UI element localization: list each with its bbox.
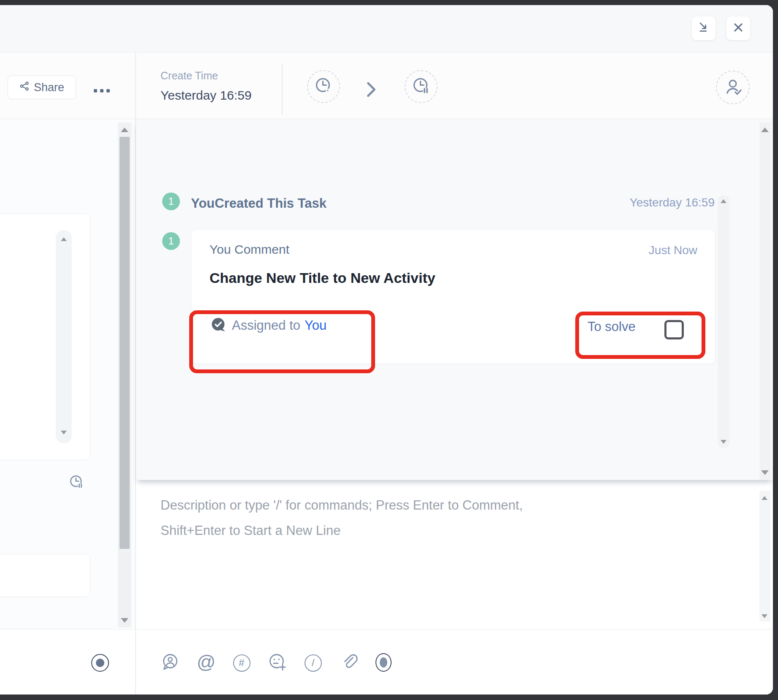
assigned-prefix: Assigned to: [232, 318, 300, 333]
record-dot-icon: [380, 657, 387, 667]
ellipsis-icon: [94, 89, 97, 92]
record-dot-button[interactable]: [375, 653, 392, 672]
comment-check-icon: [210, 317, 226, 334]
activity-item-avatar: 1: [162, 193, 180, 210]
close-icon: [732, 21, 745, 35]
topic-button[interactable]: #: [232, 654, 251, 672]
left-panel-scroll-thumb[interactable]: [120, 137, 130, 549]
share-label: Share: [34, 81, 64, 94]
activity-item-time: Yesterday 16:59: [574, 196, 715, 209]
emoji-add-icon: [268, 652, 287, 673]
task-detail-modal: Share Create Time Yesterday 16:59: [0, 5, 773, 695]
left-panel-scroll-up[interactable]: [121, 128, 128, 132]
comment-card: You Comment Just Now Change New Title to…: [191, 229, 715, 364]
assigned-row: Assigned toYou: [232, 318, 326, 333]
assignee-picker-icon: [723, 76, 743, 98]
description-scroll-up[interactable]: [762, 496, 767, 500]
arrow-right-icon: [365, 80, 378, 100]
start-time-picker[interactable]: [307, 70, 340, 103]
left-panel-card: [0, 213, 90, 460]
right-scrollbar[interactable]: [759, 122, 770, 480]
left-card-scrollbar[interactable]: [56, 230, 72, 443]
attachment-icon: [339, 652, 359, 673]
mention-person-icon: [160, 652, 180, 673]
to-solve-label: To solve: [588, 319, 636, 334]
description-placeholder-line2: Shift+Enter to Start a New Line: [160, 523, 340, 538]
record-icon: [96, 659, 104, 667]
record-button[interactable]: [91, 654, 109, 672]
slash-command-icon: /: [305, 654, 322, 672]
clock-start-icon: [314, 76, 333, 97]
comment-body: Change New Title to New Activity: [209, 270, 435, 286]
description-scrollbar[interactable]: [759, 491, 770, 621]
to-solve-checkbox[interactable]: [664, 320, 684, 339]
left-card-scroll-up[interactable]: [61, 237, 67, 241]
comment-avatar: 1: [162, 232, 180, 250]
description-scroll-down[interactable]: [762, 614, 767, 618]
more-actions-button[interactable]: [94, 89, 110, 92]
at-mention-button[interactable]: @: [197, 653, 215, 671]
right-scroll-down[interactable]: [761, 470, 769, 475]
description-input[interactable]: Description or type '/' for commands; Pr…: [136, 480, 773, 629]
create-time-value: Yesterday 16:59: [160, 88, 252, 103]
task-toolbar: [0, 53, 773, 119]
left-card-scroll-down[interactable]: [61, 431, 67, 434]
left-panel-scroll-down[interactable]: [121, 618, 128, 623]
share-icon: [19, 81, 30, 94]
slash-command-button[interactable]: /: [304, 654, 322, 672]
end-time-picker[interactable]: [405, 70, 438, 103]
activity-scrollbar[interactable]: [718, 195, 729, 448]
comment-time: Just Now: [649, 244, 697, 257]
collapse-button[interactable]: [692, 16, 715, 40]
create-time-label: Create Time: [160, 70, 218, 82]
comment-header: You Comment: [209, 242, 289, 257]
mention-person-button[interactable]: [161, 654, 180, 672]
right-scroll-up[interactable]: [761, 128, 769, 132]
bottom-divider: [135, 629, 136, 695]
hash-icon: #: [233, 654, 250, 672]
close-button[interactable]: [726, 16, 750, 40]
activity-scroll-up[interactable]: [721, 199, 726, 203]
activity-scroll-down[interactable]: [721, 440, 726, 444]
modal-header: [0, 5, 773, 53]
toolbar-divider: [282, 64, 283, 115]
emoji-button[interactable]: [268, 654, 287, 672]
at-icon: @: [197, 653, 216, 671]
collapse-icon: [697, 21, 710, 35]
assignee-picker[interactable]: [716, 71, 750, 104]
attachment-button[interactable]: [340, 654, 358, 672]
activity-item-text: YouCreated This Task: [191, 196, 326, 211]
left-panel-box: [0, 554, 90, 597]
clock-pause-icon[interactable]: [68, 474, 84, 491]
assigned-user-link[interactable]: You: [305, 318, 326, 333]
description-placeholder-line1: Description or type '/' for commands; Pr…: [160, 498, 523, 513]
share-button[interactable]: Share: [8, 76, 76, 99]
clock-end-icon: [411, 76, 431, 97]
